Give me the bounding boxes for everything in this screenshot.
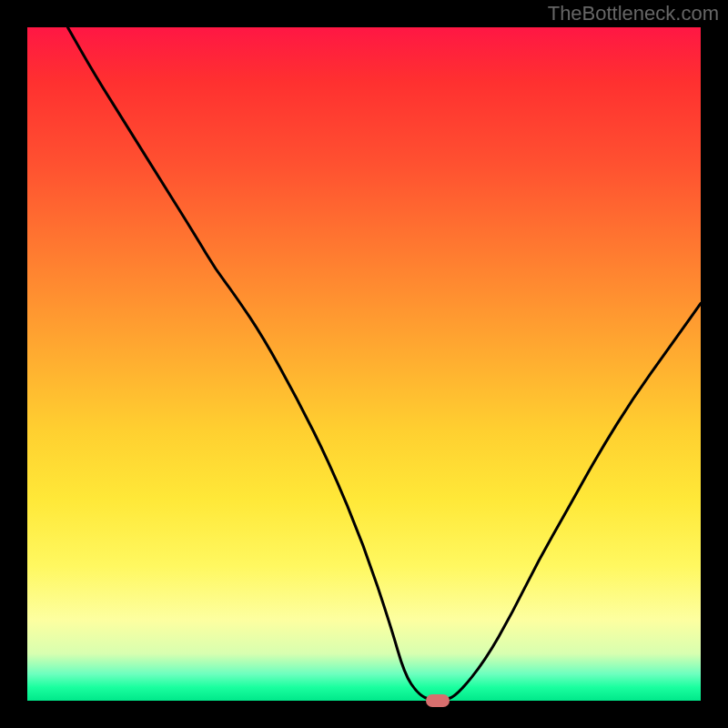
chart-frame: TheBottleneck.com	[0, 0, 728, 728]
minimum-marker	[426, 694, 450, 707]
background-gradient	[27, 27, 701, 701]
watermark-text: TheBottleneck.com	[548, 2, 719, 25]
plot-area	[27, 27, 701, 701]
